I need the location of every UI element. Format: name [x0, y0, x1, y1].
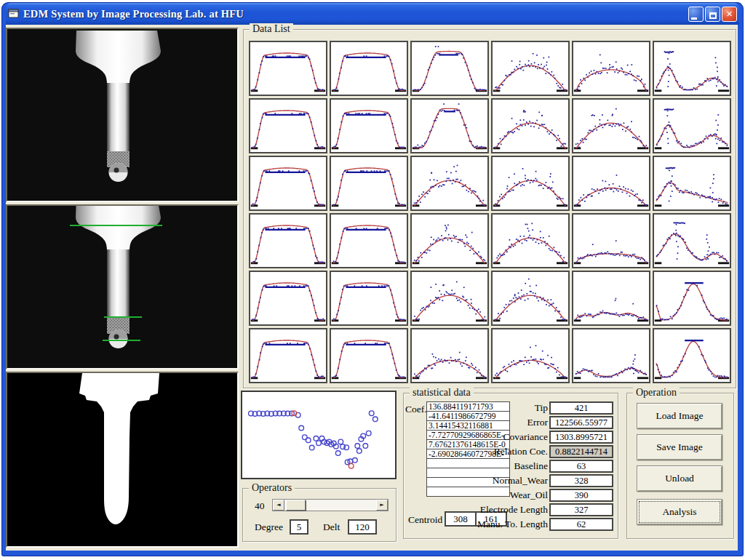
normal-wear-row: Normal_Wear 328	[493, 474, 613, 487]
baseline-field[interactable]: 63	[549, 460, 613, 473]
mini-plot	[249, 156, 327, 211]
electrode-length-label: Electrode Length	[480, 504, 548, 516]
mini-plot	[249, 41, 327, 96]
electrode-photo-image	[7, 29, 237, 201]
mini-plot	[653, 213, 731, 268]
delt-field[interactable]: 120	[348, 519, 377, 535]
maximize-button[interactable]	[705, 7, 720, 22]
mini-plot	[572, 213, 650, 268]
operation-label: Operation	[633, 387, 680, 399]
app-icon	[8, 8, 20, 20]
coef-item[interactable]: 136.884119171793	[426, 401, 510, 412]
tip-field[interactable]: 421	[549, 401, 613, 415]
mini-plot	[572, 328, 650, 383]
mini-plot	[330, 328, 408, 383]
mini-plot	[410, 328, 489, 383]
window-title: EDM System by Image Processing Lab. at H…	[23, 8, 685, 20]
normal-wear-field[interactable]: 328	[549, 474, 613, 487]
electrode-photo-marked-panel	[6, 204, 239, 369]
mini-plot	[410, 271, 489, 326]
operators-value: 40	[255, 500, 265, 512]
mini-plot	[410, 41, 489, 96]
centroid-x-field[interactable]: 308	[445, 511, 477, 527]
statistical-data-label: statistical data	[410, 387, 474, 399]
electrode-length-row: Electrode Length 327	[480, 503, 613, 516]
mini-plot	[653, 156, 731, 211]
operation-frame: Operation Load Image Save Image Unload A…	[626, 393, 734, 539]
minimize-button[interactable]	[688, 7, 704, 22]
mini-plot	[491, 41, 570, 96]
tip-label: Tip	[535, 402, 548, 414]
relation-coe-field[interactable]: 0.8822144714	[549, 445, 613, 458]
mini-plot	[330, 271, 408, 326]
degree-field[interactable]: 5	[290, 519, 308, 535]
scrollbar-left-arrow-icon[interactable]: ◄	[273, 500, 284, 511]
scrollbar-thumb[interactable]	[286, 500, 306, 511]
mini-plot	[410, 213, 489, 268]
baseline-row: Baseline 63	[514, 460, 614, 473]
mini-plot	[572, 98, 650, 153]
relation-coe-label: Relation Coe.	[494, 446, 548, 457]
mini-plot	[491, 271, 570, 326]
electrode-photo-marked-image	[7, 206, 237, 368]
wear-oil-field[interactable]: 390	[549, 489, 613, 502]
data-list-label: Data List	[250, 23, 293, 35]
mini-plot	[330, 41, 408, 96]
electrode-length-field[interactable]: 327	[549, 503, 613, 516]
unload-button[interactable]: Unload	[637, 465, 722, 492]
mini-plot	[653, 271, 731, 326]
load-image-button[interactable]: Load Image	[637, 403, 722, 429]
mini-plot	[572, 156, 650, 211]
window-controls: ✕	[688, 7, 737, 22]
operators-scrollbar[interactable]: ◄ ►	[272, 499, 389, 511]
mini-plot	[410, 156, 489, 211]
data-list-frame: Data List	[243, 29, 736, 388]
profile-plot-panel	[241, 391, 397, 479]
electrode-photo-panel	[6, 28, 239, 202]
mini-plot	[653, 98, 731, 153]
wear-oil-row: Wear_Oil 390	[510, 489, 613, 502]
coef-item[interactable]: -41.6411986672799	[426, 411, 510, 421]
error-field[interactable]: 122566.55977	[549, 416, 613, 429]
coef-item[interactable]: -7.72770929686865E-	[426, 430, 510, 440]
coef-item[interactable]	[426, 458, 510, 468]
close-button[interactable]: ✕	[722, 7, 737, 22]
mini-plot	[653, 41, 731, 96]
mini-plot	[491, 98, 570, 153]
mini-plot	[491, 213, 570, 268]
electrode-binary-panel	[6, 372, 239, 548]
covariance-field[interactable]: 1303.8995721	[549, 431, 613, 444]
mini-plot	[249, 271, 327, 326]
electrode-binary-image	[7, 373, 237, 546]
mini-plot-grid	[249, 41, 731, 383]
mini-plot	[572, 41, 650, 96]
mini-plot	[330, 156, 408, 211]
coef-label: Coef.	[405, 404, 427, 415]
error-label: Error	[527, 417, 548, 428]
analysis-button[interactable]: Analysis	[637, 499, 722, 525]
delt-label: Delt	[323, 521, 340, 533]
save-image-button[interactable]: Save Image	[637, 434, 722, 460]
baseline-label: Baseline	[514, 460, 549, 472]
scrollbar-right-arrow-icon[interactable]: ►	[376, 500, 388, 511]
manu-to-length-field[interactable]: 62	[549, 518, 613, 531]
scrollbar-track[interactable]	[284, 500, 376, 511]
coef-item[interactable]: 3.14415432116881	[426, 420, 510, 431]
tip-row: Tip 421	[535, 401, 613, 415]
coef-item[interactable]	[426, 487, 510, 497]
error-row: Error 122566.55977	[527, 416, 613, 429]
mini-plot	[653, 328, 731, 383]
covariance-row: Covariance 1303.8995721	[503, 431, 613, 444]
mini-plot	[491, 328, 570, 383]
profile-plot	[242, 392, 395, 478]
manu-to-length-row: Manu. To. Length 62	[477, 518, 613, 531]
mini-plot	[330, 213, 408, 268]
mini-plot	[491, 156, 570, 211]
operators-label: Operators	[249, 482, 295, 494]
titlebar[interactable]: EDM System by Image Processing Lab. at H…	[6, 3, 739, 25]
relation-coe-row: Relation Coe. 0.8822144714	[494, 445, 613, 458]
mini-plot	[330, 98, 408, 153]
operators-frame: Operators 40 ◄ ► Degree 5 Delt 120	[242, 488, 397, 542]
degree-label: Degree	[255, 521, 283, 533]
statistical-data-frame: statistical data Coef. 136.884119171793 …	[403, 393, 618, 539]
